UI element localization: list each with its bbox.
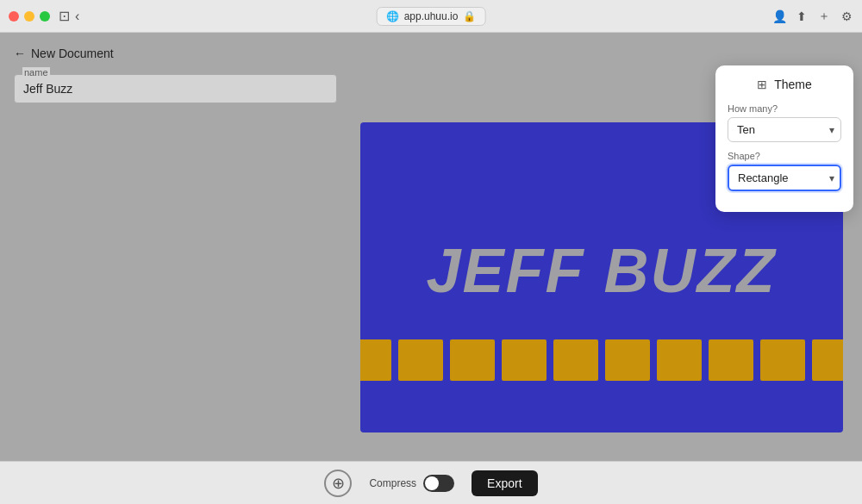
compress-group: Compress (369, 475, 454, 492)
how-many-label: How many? (728, 103, 841, 114)
zoom-icon-symbol: ⊕ (332, 474, 345, 493)
rect-10 (812, 339, 843, 381)
theme-header: ⊞ Theme (728, 78, 841, 91)
theme-title: Theme (774, 78, 812, 91)
headline-text: JEFF BUZZ (427, 234, 777, 305)
rect-3 (450, 339, 495, 381)
compress-toggle[interactable] (423, 475, 454, 492)
rect-7 (657, 339, 702, 381)
main-content: ← New Document name JEFF BUZZ (0, 33, 862, 504)
rect-4 (502, 339, 547, 381)
back-link[interactable]: ← New Document (14, 47, 327, 60)
rect-5 (553, 339, 598, 381)
rect-9 (760, 339, 805, 381)
rect-6 (605, 339, 650, 381)
settings-icon[interactable]: ⚙ (840, 9, 853, 23)
url-bar[interactable]: 🌐 app.uhuu.io 🔒 (377, 7, 486, 26)
traffic-lights (9, 11, 50, 22)
back-arrow-icon: ← (14, 47, 26, 60)
theme-icon: ⊞ (757, 78, 767, 91)
left-panel: ← New Document name (0, 33, 340, 504)
compress-label: Compress (369, 477, 416, 489)
close-button[interactable] (9, 11, 19, 22)
title-bar: ⊡ ‹ 🌐 app.uhuu.io 🔒 👤 ⬆ ＋ ⚙ (0, 0, 862, 33)
theme-panel: ⊞ Theme How many? Ten One Two Three Four… (715, 65, 853, 212)
rect-8 (709, 339, 753, 381)
export-button[interactable]: Export (472, 470, 537, 496)
back-nav-icon[interactable]: ‹ (75, 9, 79, 24)
name-field-group: name (14, 74, 327, 103)
lock-icon: 🔒 (463, 10, 476, 22)
shape-wrapper: Rectangle Circle Triangle Star ▾ (728, 165, 841, 191)
minimize-button[interactable] (24, 11, 34, 22)
rectangles-row (360, 339, 843, 381)
maximize-button[interactable] (40, 11, 50, 22)
bottom-bar: ⊕ Compress Export (0, 461, 862, 504)
shape-select[interactable]: Rectangle Circle Triangle Star (728, 165, 841, 191)
title-bar-right: 👤 ⬆ ＋ ⚙ (772, 9, 853, 23)
back-link-label: New Document (31, 47, 114, 60)
person-icon[interactable]: 👤 (772, 9, 786, 23)
how-many-wrapper: Ten One Two Three Four Five Six Seven Ei… (728, 117, 841, 142)
url-text: app.uhuu.io (404, 10, 459, 22)
add-tab-icon[interactable]: ＋ (817, 9, 831, 23)
sidebar-icon[interactable]: ⊡ (59, 8, 70, 24)
rect-1 (360, 339, 391, 381)
zoom-button[interactable]: ⊕ (324, 470, 352, 497)
name-input[interactable] (14, 74, 337, 103)
shape-label: Shape? (728, 151, 841, 161)
rect-2 (398, 339, 443, 381)
share-icon[interactable]: ⬆ (795, 9, 809, 23)
name-label: name (22, 67, 50, 78)
toggle-knob (425, 476, 439, 490)
globe-icon: 🌐 (386, 10, 399, 22)
how-many-select[interactable]: Ten One Two Three Four Five Six Seven Ei… (728, 117, 841, 142)
